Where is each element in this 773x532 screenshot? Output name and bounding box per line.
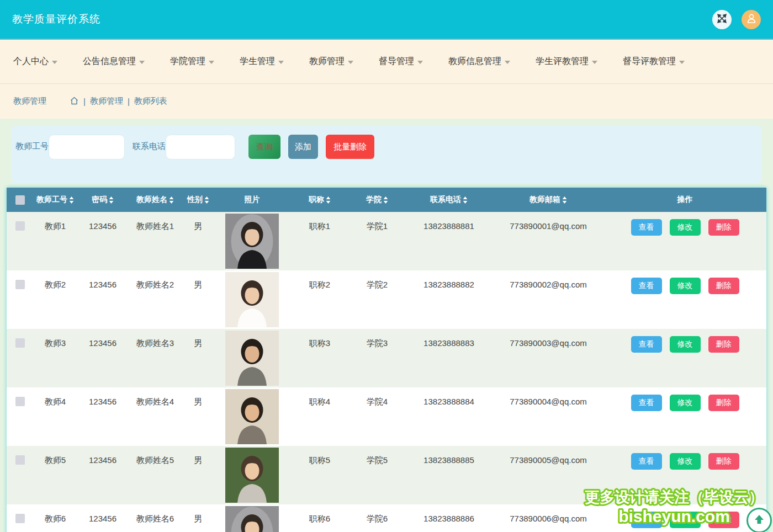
breadcrumb-item-teacher-mgmt[interactable]: 教师管理 bbox=[90, 96, 123, 107]
cell-teacher-id: 教师2 bbox=[33, 270, 77, 290]
cell-email: 773890004@qq.com bbox=[493, 387, 603, 406]
cell-teacher-name: 教师姓名1 bbox=[128, 212, 182, 232]
add-button[interactable]: 添加 bbox=[288, 135, 318, 159]
view-button[interactable]: 查看 bbox=[631, 336, 662, 353]
teacher-id-input[interactable] bbox=[49, 135, 125, 159]
cell-phone: 13823888883 bbox=[405, 329, 493, 348]
user-icon bbox=[745, 12, 758, 26]
breadcrumb-separator: | bbox=[128, 97, 130, 106]
chevron-down-icon bbox=[417, 61, 423, 64]
query-button[interactable]: 查询 bbox=[248, 135, 280, 159]
cell-password: 123456 bbox=[77, 270, 128, 289]
view-button[interactable]: 查看 bbox=[631, 219, 662, 236]
search-toolbar: 教师工号 联系电话 查询 添加 批量删除 bbox=[11, 126, 762, 183]
view-button[interactable]: 查看 bbox=[631, 395, 662, 411]
cell-college: 学院1 bbox=[350, 212, 405, 232]
table-row: 教师4 123456 教师姓名4 男 职称4 学院4 13823888884 7… bbox=[7, 387, 766, 446]
col-teacher-name[interactable]: 教师姓名 bbox=[128, 188, 182, 212]
col-teacher-id[interactable]: 教师工号 bbox=[33, 188, 77, 212]
delete-button[interactable]: 删除 bbox=[708, 395, 739, 411]
view-button[interactable]: 查看 bbox=[631, 453, 662, 470]
edit-button[interactable]: 修改 bbox=[670, 395, 701, 411]
cell-teacher-name: 教师姓名3 bbox=[128, 329, 182, 349]
col-email[interactable]: 教师邮箱 bbox=[493, 188, 603, 212]
chevron-down-icon bbox=[679, 61, 685, 64]
cell-college: 学院3 bbox=[350, 329, 405, 349]
sort-icon bbox=[463, 196, 468, 204]
delete-button[interactable]: 删除 bbox=[708, 278, 739, 294]
edit-button[interactable]: 修改 bbox=[670, 512, 701, 528]
cell-title: 职称4 bbox=[290, 387, 350, 407]
col-actions: 操作 bbox=[603, 188, 766, 212]
breadcrumb: 教师管理 | 教师管理 | 教师列表 bbox=[0, 84, 773, 119]
delete-button[interactable]: 删除 bbox=[708, 512, 739, 528]
nav-item-student-mgmt[interactable]: 学生管理 bbox=[240, 56, 284, 67]
select-all-checkbox[interactable] bbox=[15, 195, 25, 205]
nav-item-supervisor-mgmt[interactable]: 督导管理 bbox=[379, 56, 423, 67]
phone-input[interactable] bbox=[166, 135, 235, 159]
sort-icon bbox=[383, 196, 388, 204]
nav-label: 个人中心 bbox=[13, 56, 49, 67]
breadcrumb-item-teacher-list[interactable]: 教师列表 bbox=[134, 96, 167, 107]
table-row: 教师2 123456 教师姓名2 男 职称2 学院2 13823888882 7… bbox=[7, 270, 766, 329]
row-checkbox[interactable] bbox=[15, 221, 25, 231]
teacher-table: 教师工号 密码 教师姓名 性别 照片 职称 学院 联系电话 bbox=[7, 188, 766, 532]
cell-gender: 男 bbox=[182, 212, 214, 232]
cell-title: 职称3 bbox=[290, 329, 350, 349]
delete-button[interactable]: 删除 bbox=[708, 336, 739, 353]
chevron-down-icon bbox=[278, 61, 284, 64]
fullscreen-button[interactable] bbox=[712, 10, 732, 29]
row-checkbox[interactable] bbox=[15, 514, 25, 523]
row-checkbox[interactable] bbox=[15, 280, 25, 289]
edit-button[interactable]: 修改 bbox=[670, 453, 701, 470]
nav-item-teacher-info-mgmt[interactable]: 教师信息管理 bbox=[448, 56, 510, 67]
teacher-photo bbox=[225, 506, 279, 532]
col-password[interactable]: 密码 bbox=[77, 188, 128, 212]
edit-button[interactable]: 修改 bbox=[670, 219, 701, 236]
batch-delete-button[interactable]: 批量删除 bbox=[326, 135, 374, 159]
view-button[interactable]: 查看 bbox=[631, 512, 662, 528]
teacher-photo bbox=[225, 331, 279, 386]
back-to-top-button[interactable] bbox=[746, 508, 772, 532]
table-row: 教师1 123456 教师姓名1 男 职称1 学院1 13823888881 7… bbox=[7, 212, 766, 270]
nav-item-announcement-mgmt[interactable]: 公告信息管理 bbox=[83, 56, 145, 67]
home-icon[interactable] bbox=[70, 96, 79, 107]
cell-gender: 男 bbox=[182, 329, 214, 349]
cell-password: 123456 bbox=[77, 446, 128, 465]
row-checkbox[interactable] bbox=[15, 338, 25, 348]
user-avatar-button[interactable] bbox=[742, 10, 761, 29]
row-checkbox[interactable] bbox=[15, 455, 25, 465]
nav-label: 公告信息管理 bbox=[83, 56, 136, 67]
sort-icon bbox=[562, 196, 567, 204]
cell-gender: 男 bbox=[182, 504, 214, 524]
table-row: 教师5 123456 教师姓名5 男 职称5 学院5 13823888885 7… bbox=[7, 446, 766, 504]
delete-button[interactable]: 删除 bbox=[708, 219, 739, 236]
col-gender[interactable]: 性别 bbox=[182, 188, 214, 212]
col-college[interactable]: 学院 bbox=[350, 188, 405, 212]
col-phone[interactable]: 联系电话 bbox=[405, 188, 493, 212]
sort-icon bbox=[169, 196, 174, 204]
view-button[interactable]: 查看 bbox=[631, 278, 662, 294]
nav-item-supervisor-eval-mgmt[interactable]: 督导评教管理 bbox=[623, 56, 685, 67]
edit-button[interactable]: 修改 bbox=[670, 278, 701, 294]
delete-button[interactable]: 删除 bbox=[708, 453, 739, 470]
nav-item-teacher-mgmt[interactable]: 教师管理 bbox=[309, 56, 353, 67]
edit-button[interactable]: 修改 bbox=[670, 336, 701, 353]
nav-item-personal-center[interactable]: 个人中心 bbox=[13, 56, 57, 67]
col-title[interactable]: 职称 bbox=[290, 188, 350, 212]
app-header: 教学质量评价系统 bbox=[0, 0, 773, 40]
breadcrumb-section-title[interactable]: 教师管理 bbox=[13, 96, 46, 107]
nav-item-college-mgmt[interactable]: 学院管理 bbox=[170, 56, 214, 67]
nav-item-student-eval-mgmt[interactable]: 学生评教管理 bbox=[536, 56, 597, 67]
cell-title: 职称6 bbox=[290, 504, 350, 524]
cell-teacher-name: 教师姓名4 bbox=[128, 387, 182, 407]
teacher-photo bbox=[225, 272, 279, 327]
nav-label: 学生管理 bbox=[240, 56, 275, 67]
row-checkbox[interactable] bbox=[15, 397, 25, 406]
cell-password: 123456 bbox=[77, 329, 128, 348]
cell-phone: 13823888886 bbox=[405, 504, 493, 523]
nav-label: 督导评教管理 bbox=[623, 56, 676, 67]
cell-gender: 男 bbox=[182, 387, 214, 407]
col-photo: 照片 bbox=[214, 188, 290, 212]
cell-password: 123456 bbox=[77, 504, 128, 523]
